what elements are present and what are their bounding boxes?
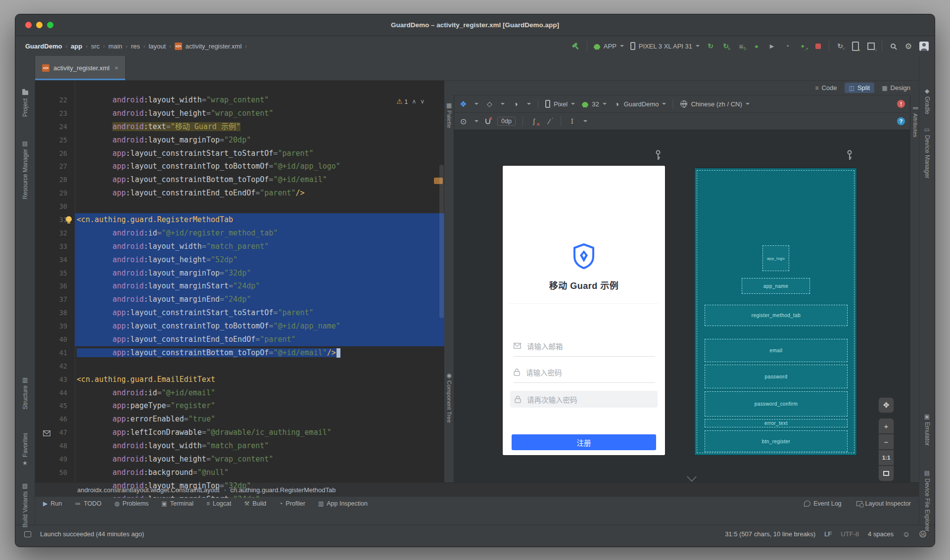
error-badge[interactable]: ! <box>897 100 905 108</box>
view-options-icon[interactable] <box>459 117 468 126</box>
code-line[interactable]: 33 android:layout_width="match_parent" <box>35 240 444 253</box>
code-editor[interactable]: 22 android:layout_width="wrap_content"23… <box>35 81 444 498</box>
sidebar-item-build-variants[interactable]: ▧Build Variants <box>15 482 35 527</box>
toolwindow-terminal[interactable]: ▣Terminal <box>161 500 193 507</box>
blueprint-box-password_confirm[interactable]: password_confirm <box>705 391 848 417</box>
toolwindow-app-inspection[interactable]: ▥App Inspection <box>318 500 368 507</box>
api-version-select[interactable]: 32 <box>582 100 606 108</box>
toolwindow-event-log[interactable]: Event Log <box>804 500 841 507</box>
close-window-button[interactable] <box>25 22 32 28</box>
device-select[interactable]: PIXEL 3 XL API 31 <box>630 42 700 50</box>
breadcrumb-item[interactable]: activity_register.xml <box>186 43 241 50</box>
blueprint-box-password[interactable]: password <box>705 365 848 388</box>
pack-icon[interactable] <box>568 117 576 126</box>
zoom-reset-button[interactable]: 1:1 <box>878 450 894 466</box>
code-line[interactable]: 40 app:layout_constraintEnd_toEndOf="par… <box>35 333 444 346</box>
layout-preview[interactable]: 移动 Guard 示例 请输入邮箱 请输入密码 <box>503 166 665 455</box>
code-line[interactable]: 48 android:layout_width="match_parent" <box>35 439 444 453</box>
profile-low-overhead-icon[interactable] <box>798 42 807 50</box>
blueprint-box-app_logo[interactable]: app_logo <box>762 245 789 271</box>
blueprint-box-app_name[interactable]: app_name <box>742 278 810 294</box>
blueprint-box-email[interactable]: email <box>705 339 848 362</box>
sidebar-item-project[interactable]: Project <box>15 90 35 117</box>
breadcrumb-item[interactable]: src <box>91 43 99 50</box>
clear-constraints-icon[interactable] <box>530 117 538 126</box>
search-everywhere-icon[interactable] <box>889 42 898 50</box>
code-line[interactable]: 35 android:layout_marginTop="32dp" <box>35 267 444 280</box>
apply-changes-icon[interactable] <box>721 42 730 50</box>
toolwindow-layout-inspector[interactable]: Layout Inspector <box>856 500 911 507</box>
code-line[interactable]: 41 app:layout_constraintBottom_toTopOf="… <box>35 346 444 360</box>
sidebar-item-gradle[interactable]: ◆Gradle <box>919 88 935 114</box>
breadcrumb-item[interactable]: app <box>71 43 82 50</box>
code-line[interactable]: 24 android:text="移动 Guard 示例" <box>35 120 444 134</box>
console-icon[interactable] <box>24 531 31 537</box>
code-line[interactable]: 34 android:layout_height="52dp" <box>35 253 444 267</box>
sidebar-item-device-manager[interactable]: ▭Device Manager <box>919 126 935 178</box>
user-avatar[interactable] <box>919 42 929 51</box>
stop-icon[interactable] <box>813 42 822 50</box>
run-configuration-select[interactable]: APP <box>594 43 624 50</box>
code-line[interactable]: 30 <box>35 200 444 213</box>
code-line[interactable]: 46 app:errorEnabled="true" <box>35 413 444 426</box>
sync-gradle-icon[interactable] <box>836 42 845 50</box>
attach-debugger-icon[interactable] <box>767 42 776 50</box>
caret-position[interactable]: 31:5 (507 chars, 10 line breaks) <box>725 530 815 538</box>
code-line[interactable]: 50 android:background="@null" <box>35 466 444 479</box>
device-for-preview-select[interactable]: Pixel <box>545 100 575 108</box>
app-name-text[interactable]: 移动 Guard 示例 <box>503 279 665 291</box>
design-surface-icon[interactable] <box>459 100 468 108</box>
code-line[interactable]: 23 android:layout_height="wrap_content" <box>35 107 444 120</box>
file-encoding[interactable]: UTF-8 <box>841 530 859 538</box>
code-line[interactable]: 22 android:layout_width="wrap_content" <box>35 93 444 107</box>
code-line[interactable]: 27 app:layout_constraintTop_toBottomOf="… <box>35 160 444 173</box>
code-line[interactable]: 36 android:layout_marginStart="24dp" <box>35 280 444 293</box>
default-margin-select[interactable]: 0dp <box>497 117 516 126</box>
breadcrumb-item[interactable]: layout <box>148 43 166 50</box>
code-line[interactable]: 42 <box>35 360 444 373</box>
code-line[interactable]: 26 app:layout_constraintStart_toStartOf=… <box>35 147 444 160</box>
code-line[interactable]: 31<cn.authing.guard.RegisterMethodTab <box>35 213 444 227</box>
email-input[interactable]: 请输入邮箱 <box>514 340 655 352</box>
debug-bug-icon[interactable] <box>752 42 761 50</box>
blueprint-box-btn_register[interactable]: btn_register <box>705 430 848 452</box>
sdk-manager-icon[interactable] <box>866 42 875 50</box>
sidebar-item-structure[interactable]: ▥Structure <box>15 376 35 410</box>
toolwindow-problems[interactable]: ◍Problems <box>114 500 148 507</box>
code-line[interactable]: 39 app:layout_constraintTop_toBottomOf="… <box>35 320 444 333</box>
blueprint-box-error_text[interactable]: error_text <box>705 419 848 427</box>
toolwindow-logcat[interactable]: ≡Logcat <box>206 500 232 507</box>
apply-code-changes-icon[interactable] <box>737 42 746 50</box>
orientation-icon[interactable] <box>485 100 494 108</box>
inspection-widget[interactable]: ⚠ 1 ∧ ∨ <box>396 97 425 105</box>
code-line[interactable]: 32 android:id="@+id/register_method_tab" <box>35 227 444 240</box>
breadcrumb-item[interactable]: main <box>108 43 122 50</box>
sidebar-item-resource-manager[interactable]: ▤Resource Manager <box>15 140 35 199</box>
help-badge[interactable]: ? <box>897 117 905 125</box>
toolwindow-profiler[interactable]: ◔Profiler <box>279 500 305 507</box>
tab-activity-register-xml[interactable]: </> activity_register.xml × <box>35 56 126 80</box>
toolwindow-build[interactable]: ⚒Build <box>244 500 266 507</box>
locale-select[interactable]: Chinese (zh / CN) <box>680 100 749 108</box>
device-manager-icon[interactable] <box>851 42 860 50</box>
design-canvas[interactable]: 移动 Guard 示例 请输入邮箱 请输入密码 <box>454 130 910 498</box>
happy-face-icon[interactable]: ☺ <box>902 530 910 538</box>
editor-scrollbar[interactable] <box>439 165 444 318</box>
zoom-out-button[interactable]: − <box>878 434 894 450</box>
line-ending[interactable]: LF <box>824 530 832 538</box>
code-line[interactable]: 49 android:layout_height="wrap_content" <box>35 453 444 466</box>
toolwindow-todo[interactable]: ≔TODO <box>75 500 101 507</box>
resize-handle[interactable] <box>687 472 697 482</box>
infer-constraints-icon[interactable] <box>545 117 554 126</box>
code-line[interactable]: 25 android:layout_marginTop="20dp" <box>35 134 444 147</box>
minimize-window-button[interactable] <box>36 22 43 28</box>
mode-code-button[interactable]: ≡Code <box>810 83 841 93</box>
zoom-to-fit-button[interactable] <box>878 466 894 481</box>
palette-tab[interactable]: ▦Palette <box>444 102 454 128</box>
code-line[interactable]: 45 app:pageType="register" <box>35 399 444 413</box>
component-tree-tab[interactable]: ◉Component Tree <box>444 372 454 423</box>
register-button[interactable]: 注册 <box>512 434 656 450</box>
autoconnect-off-icon[interactable] <box>485 119 490 124</box>
code-line[interactable]: 44 android:id="@+id/email" <box>35 386 444 400</box>
breadcrumb-item[interactable]: res <box>131 43 140 50</box>
